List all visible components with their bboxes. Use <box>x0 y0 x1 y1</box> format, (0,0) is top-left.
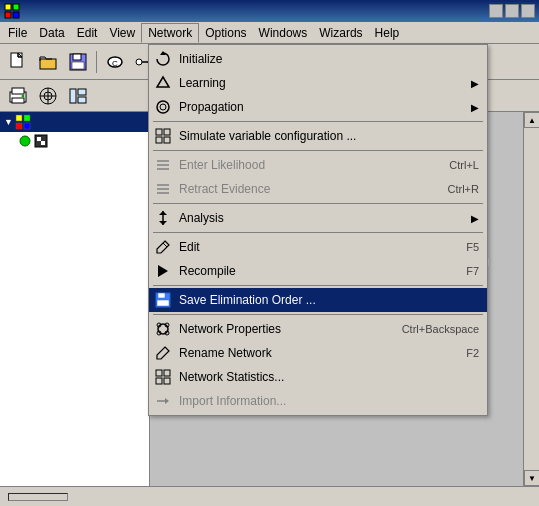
svg-rect-47 <box>164 137 170 143</box>
network-menu: InitializeLearning▶Propagation▶Simulate … <box>148 44 488 416</box>
menu-shortcut-net_props: Ctrl+Backspace <box>402 323 479 335</box>
menu-item-network[interactable]: Network <box>141 23 199 43</box>
svg-rect-67 <box>156 370 162 376</box>
svg-rect-46 <box>156 137 162 143</box>
menu-item-windows[interactable]: Windows <box>253 24 314 42</box>
svg-marker-58 <box>158 265 168 277</box>
print-button[interactable] <box>4 82 32 110</box>
svg-marker-55 <box>159 211 167 215</box>
toolbar-separator-1 <box>96 51 97 73</box>
menu-item-net_stats[interactable]: Network Statistics... <box>149 365 487 389</box>
menu-label-import_info: Import Information... <box>179 394 479 408</box>
menu-label-enter_likelihood: Enter Likelihood <box>179 158 429 172</box>
c1-indicator <box>18 134 32 148</box>
svg-rect-29 <box>16 115 22 121</box>
svg-rect-2 <box>5 12 11 18</box>
menu-arrow-propagation: ▶ <box>471 102 479 113</box>
menu-item-help[interactable]: Help <box>369 24 406 42</box>
title-bar-buttons[interactable] <box>489 4 535 18</box>
svg-rect-19 <box>12 88 24 94</box>
menu-label-propagation: Propagation <box>179 100 461 114</box>
c1-box <box>34 134 48 148</box>
svg-rect-69 <box>156 378 162 384</box>
svg-point-42 <box>157 101 169 113</box>
menu-icon-net_stats <box>153 368 173 386</box>
menu-item-wizards[interactable]: Wizards <box>313 24 368 42</box>
left-panel: ▼ <box>0 112 150 486</box>
menu-item-enter_likelihood: Enter LikelihoodCtrl+L <box>149 153 487 177</box>
scroll-up-button[interactable]: ▲ <box>524 112 539 128</box>
menu-shortcut-edit_item: F5 <box>466 241 479 253</box>
svg-point-62 <box>158 324 168 334</box>
svg-rect-36 <box>41 141 45 145</box>
minimize-button[interactable] <box>489 4 503 18</box>
menu-shortcut-retract_evidence: Ctrl+R <box>448 183 479 195</box>
menu-icon-net_props <box>153 320 173 338</box>
menu-item-options[interactable]: Options <box>199 24 252 42</box>
svg-point-33 <box>20 136 30 146</box>
status-bar <box>0 486 539 506</box>
close-button[interactable] <box>521 4 535 18</box>
menu-label-learning: Learning <box>179 76 461 90</box>
maximize-button[interactable] <box>505 4 519 18</box>
menu-item-save_elim[interactable]: Save Elimination Order ... <box>149 288 487 312</box>
menu-item-import_info: Import Information... <box>149 389 487 413</box>
new-button[interactable] <box>4 48 32 76</box>
menu-item-edit[interactable]: Edit <box>71 24 104 42</box>
title-bar <box>0 0 539 22</box>
menu-icon-save_elim <box>153 291 173 309</box>
menu-icon-analysis <box>153 209 173 227</box>
scroll-down-button[interactable]: ▼ <box>524 470 539 486</box>
svg-rect-30 <box>24 115 30 121</box>
menu-item-view[interactable]: View <box>103 24 141 42</box>
svg-line-57 <box>163 243 167 247</box>
save-button[interactable] <box>64 48 92 76</box>
menu-item-rename_net[interactable]: Rename NetworkF2 <box>149 341 487 365</box>
menu-label-save_elim: Save Elimination Order ... <box>179 293 479 307</box>
menu-item-net_props[interactable]: Network PropertiesCtrl+Backspace <box>149 317 487 341</box>
menu-label-edit_item: Edit <box>179 240 446 254</box>
menu-item-propagation[interactable]: Propagation▶ <box>149 95 487 119</box>
menu-icon-propagation <box>153 98 173 116</box>
menu-item-recompile[interactable]: RecompileF7 <box>149 259 487 283</box>
tree-item-c1[interactable] <box>0 132 149 150</box>
menu-label-rename_net: Rename Network <box>179 346 446 360</box>
node-button[interactable]: C <box>101 48 129 76</box>
open-button[interactable] <box>34 48 62 76</box>
vertical-scrollbar[interactable]: ▲ ▼ <box>523 112 539 486</box>
menu-item-analysis[interactable]: Analysis▶ <box>149 206 487 230</box>
svg-rect-28 <box>78 97 86 103</box>
menu-item-learning[interactable]: Learning▶ <box>149 71 487 95</box>
menu-item-edit_item[interactable]: EditF5 <box>149 235 487 259</box>
svg-rect-31 <box>16 123 22 129</box>
svg-rect-44 <box>156 129 162 135</box>
menu-label-net_stats: Network Statistics... <box>179 370 479 384</box>
svg-rect-60 <box>158 293 165 298</box>
menu-item-data[interactable]: Data <box>33 24 70 42</box>
menu-item-file[interactable]: File <box>2 24 33 42</box>
expand-icon: ▼ <box>4 117 13 127</box>
svg-rect-61 <box>157 300 169 306</box>
menu-arrow-analysis: ▶ <box>471 213 479 224</box>
menu-label-initialize: Initialize <box>179 52 479 66</box>
menu-icon-learning <box>153 74 173 92</box>
menu-label-recompile: Recompile <box>179 264 446 278</box>
menu-icon-recompile <box>153 262 173 280</box>
menu-label-net_props: Network Properties <box>179 322 382 336</box>
menu-label-simulate: Simulate variable configuration ... <box>179 129 479 143</box>
menu-icon-edit_item <box>153 238 173 256</box>
menu-icon-enter_likelihood <box>153 156 173 174</box>
menu-separator-sep3 <box>153 203 483 204</box>
network-view-button[interactable] <box>34 82 62 110</box>
menu-item-simulate[interactable]: Simulate variable configuration ... <box>149 124 487 148</box>
svg-marker-41 <box>157 77 169 87</box>
menu-bar: FileDataEditViewNetworkOptionsWindowsWiz… <box>0 22 539 44</box>
menu-separator-sep6 <box>153 314 483 315</box>
menu-label-retract_evidence: Retract Evidence <box>179 182 428 196</box>
menu-item-initialize[interactable]: Initialize <box>149 47 487 71</box>
edit-view-button[interactable] <box>64 82 92 110</box>
menu-shortcut-rename_net: F2 <box>466 347 479 359</box>
svg-point-14 <box>136 59 142 65</box>
tree-item-unnamed1[interactable]: ▼ <box>0 112 149 132</box>
svg-marker-56 <box>159 221 167 225</box>
